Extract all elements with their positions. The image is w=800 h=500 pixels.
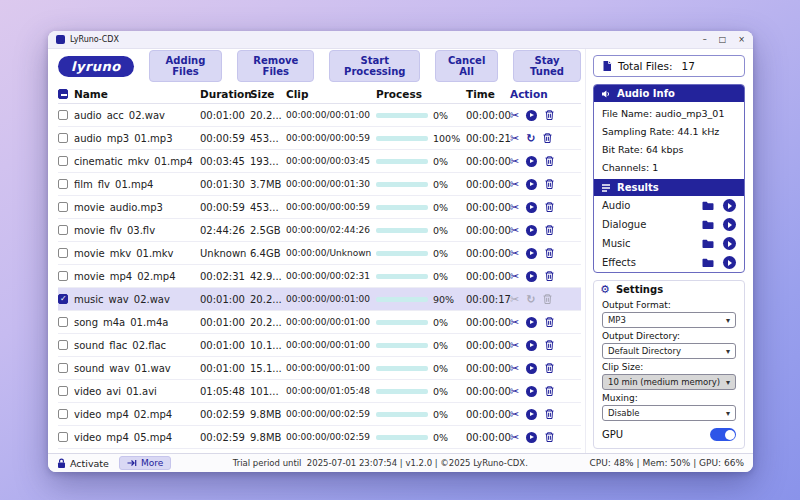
play-icon[interactable] [526, 271, 537, 282]
play-icon[interactable] [526, 202, 537, 213]
folder-icon[interactable] [702, 239, 714, 249]
trash-icon[interactable] [542, 132, 553, 144]
row-checkbox[interactable] [58, 409, 68, 419]
row-checkbox[interactable] [58, 340, 68, 350]
table-row[interactable]: audio_mp3_01.mp3 00:00:59 453... 00:00:0… [58, 127, 581, 150]
table-row[interactable]: audio_acc_02.wav 00:01:00 20.2... 00:00:… [58, 104, 581, 127]
muxing-select[interactable]: Disable ▾ [602, 405, 736, 421]
start-processing-button[interactable]: Start Processing [329, 50, 420, 82]
gpu-toggle[interactable] [710, 428, 736, 441]
stay-tuned-button[interactable]: Stay Tuned [513, 50, 581, 82]
trash-icon[interactable] [544, 155, 555, 167]
trash-icon[interactable] [544, 201, 555, 213]
scissors-icon[interactable]: ✂ [510, 110, 519, 121]
close-button[interactable]: × [738, 35, 745, 44]
table-row[interactable]: movie_mp4_02.mp4 00:02:31 42.9... 00:00:… [58, 265, 581, 288]
minimize-button[interactable]: – [703, 35, 707, 44]
maximize-button[interactable]: □ [719, 35, 727, 44]
trash-icon[interactable] [544, 109, 555, 121]
scissors-icon[interactable]: ✂ [510, 340, 519, 351]
table-row[interactable]: sound_flac_02.flac 00:01:00 10.1... 00:0… [58, 334, 581, 357]
row-checkbox[interactable] [58, 179, 68, 189]
scissors-icon[interactable]: ✂ [510, 363, 519, 374]
trash-icon[interactable] [544, 316, 555, 328]
scissors-icon[interactable]: ✂ [510, 179, 519, 190]
spinner-icon[interactable]: ↻ [526, 294, 535, 305]
trash-icon[interactable] [544, 178, 555, 190]
table-row[interactable]: video_mp4_02.mp4 00:02:59 9.8MB 00:00:00… [58, 403, 581, 426]
play-icon[interactable] [526, 363, 537, 374]
folder-icon[interactable] [702, 258, 714, 268]
scissors-icon[interactable]: ✂ [510, 409, 519, 420]
play-icon[interactable] [723, 218, 736, 231]
play-icon[interactable] [526, 156, 537, 167]
play-icon[interactable] [526, 110, 537, 121]
play-icon[interactable] [526, 386, 537, 397]
scissors-icon[interactable]: ✂ [510, 294, 519, 305]
redo-icon[interactable]: ↻ [526, 133, 535, 144]
table-row[interactable]: movie_audio.mp3 00:00:59 453... 00:00:00… [58, 196, 581, 219]
scissors-icon[interactable]: ✂ [510, 386, 519, 397]
row-checkbox[interactable] [58, 294, 68, 304]
row-checkbox[interactable] [58, 271, 68, 281]
trash-icon[interactable] [544, 224, 555, 236]
trash-icon[interactable] [544, 431, 555, 443]
play-icon[interactable] [526, 432, 537, 443]
row-checkbox[interactable] [58, 156, 68, 166]
row-checkbox[interactable] [58, 317, 68, 327]
trash-icon[interactable] [544, 247, 555, 259]
play-icon[interactable] [526, 179, 537, 190]
scissors-icon[interactable]: ✂ [510, 432, 519, 443]
output-format-select[interactable]: MP3 ▾ [602, 312, 736, 328]
play-icon[interactable] [526, 225, 537, 236]
more-button[interactable]: More [119, 456, 171, 470]
play-icon[interactable] [723, 256, 736, 269]
trash-icon[interactable] [544, 270, 555, 282]
row-checkbox[interactable] [58, 202, 68, 212]
trash-icon[interactable] [544, 385, 555, 397]
play-icon[interactable] [723, 199, 736, 212]
table-row[interactable]: film_flv_01.mp4 00:01:30 3.7MB 00:00:00/… [58, 173, 581, 196]
adding-files-button[interactable]: Adding Files [149, 50, 222, 82]
output-directory-select[interactable]: Default Directory ▾ [602, 343, 736, 359]
row-checkbox[interactable] [58, 248, 68, 258]
trash-icon[interactable] [544, 362, 555, 374]
table-row[interactable]: song_m4a_01.m4a 00:01:00 20.2... 00:00:0… [58, 311, 581, 334]
remove-files-button[interactable]: Remove Files [237, 50, 314, 82]
table-row[interactable]: movie_mkv_01.mkv Unknown 6.4GB 00:00:00/… [58, 242, 581, 265]
trash-icon[interactable] [542, 293, 553, 305]
play-icon[interactable] [526, 248, 537, 259]
play-icon[interactable] [526, 409, 537, 420]
scissors-icon[interactable]: ✂ [510, 248, 519, 259]
play-icon[interactable] [526, 340, 537, 351]
select-all-checkbox[interactable] [58, 89, 68, 99]
row-checkbox[interactable] [58, 432, 68, 442]
scissors-icon[interactable]: ✂ [510, 225, 519, 236]
activate-button[interactable]: Activate [57, 458, 109, 469]
trash-icon[interactable] [544, 339, 555, 351]
scissors-icon[interactable]: ✂ [510, 271, 519, 282]
trash-icon[interactable] [544, 408, 555, 420]
table-row[interactable]: movie_flv_03.flv 02:44:26 2.5GB 00:00:00… [58, 219, 581, 242]
list-icon [601, 183, 611, 193]
table-row[interactable]: video_mp4_05.mp4 00:02:59 9.8MB 00:00:00… [58, 426, 581, 449]
play-icon[interactable] [526, 317, 537, 328]
row-checkbox[interactable] [58, 133, 68, 143]
row-checkbox[interactable] [58, 386, 68, 396]
row-checkbox[interactable] [58, 363, 68, 373]
table-row[interactable]: sound_wav_01.wav 00:01:00 15.1... 00:00:… [58, 357, 581, 380]
scissors-icon[interactable]: ✂ [510, 317, 519, 328]
folder-icon[interactable] [702, 220, 714, 230]
play-icon[interactable] [723, 237, 736, 250]
row-checkbox[interactable] [58, 110, 68, 120]
scissors-icon[interactable]: ✂ [510, 202, 519, 213]
scissors-icon[interactable]: ✂ [510, 156, 519, 167]
clip-size-select[interactable]: 10 min (medium memory) ▾ [602, 374, 736, 390]
cancel-all-button[interactable]: Cancel All [435, 50, 498, 82]
table-row[interactable]: video_avi_01.avi 01:05:48 101... 00:00:0… [58, 380, 581, 403]
scissors-icon[interactable]: ✂ [510, 133, 519, 144]
table-row[interactable]: cinematic_mkv_01.mp4 00:03:45 193... 00:… [58, 150, 581, 173]
table-row[interactable]: music_wav_02.wav 00:01:00 20.2... 00:00:… [58, 288, 581, 311]
row-checkbox[interactable] [58, 225, 68, 235]
folder-icon[interactable] [702, 201, 714, 211]
